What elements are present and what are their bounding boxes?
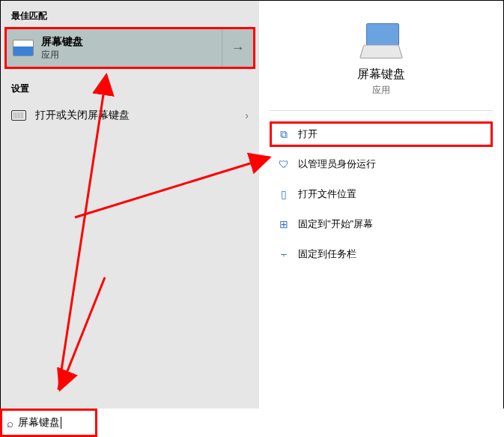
keyboard-setting-icon — [11, 110, 26, 121]
keyboard-app-icon — [13, 40, 34, 56]
divider — [270, 110, 493, 111]
results-panel: 最佳匹配 屏幕键盘 应用 → 设置 打开或关闭屏幕键盘 › — [1, 1, 259, 409]
action-list: ⧉ 打开 🛡 以管理员身份运行 ▯ 打开文件位置 ⊞ 固定到"开始"屏幕 ⫟ 固… — [259, 121, 503, 267]
pin-start-icon: ⊞ — [277, 218, 291, 230]
detail-title: 屏幕键盘 — [259, 67, 503, 82]
action-pin-start-label: 固定到"开始"屏幕 — [298, 217, 373, 231]
best-match-result[interactable]: 屏幕键盘 应用 → — [4, 27, 255, 69]
settings-result-label: 打开或关闭屏幕键盘 — [35, 109, 245, 122]
detail-panel: 屏幕键盘 应用 ⧉ 打开 🛡 以管理员身份运行 ▯ 打开文件位置 ⊞ 固定到"开… — [259, 1, 503, 409]
action-pin-start[interactable]: ⊞ 固定到"开始"屏幕 — [270, 211, 493, 237]
action-file-location[interactable]: ▯ 打开文件位置 — [270, 181, 493, 207]
action-location-label: 打开文件位置 — [298, 187, 356, 201]
action-pin-taskbar[interactable]: ⫟ 固定到任务栏 — [270, 241, 493, 267]
expand-arrow-icon[interactable]: → — [222, 29, 253, 67]
folder-icon: ▯ — [277, 188, 291, 200]
action-open-label: 打开 — [298, 127, 318, 141]
search-input[interactable]: ⌕ 屏幕键盘 — [0, 409, 97, 437]
pin-taskbar-icon: ⫟ — [277, 248, 291, 260]
settings-result[interactable]: 打开或关闭屏幕键盘 › — [1, 100, 259, 131]
settings-header: 设置 — [1, 79, 259, 100]
open-icon: ⧉ — [277, 128, 291, 141]
best-match-header: 最佳匹配 — [1, 7, 259, 27]
best-match-title: 屏幕键盘 — [41, 35, 222, 49]
best-match-text: 屏幕键盘 应用 — [41, 35, 222, 61]
search-icon: ⌕ — [7, 417, 13, 430]
search-value: 屏幕键盘 — [18, 416, 60, 430]
action-run-admin[interactable]: 🛡 以管理员身份运行 — [270, 151, 493, 177]
best-match-subtitle: 应用 — [41, 49, 222, 61]
shield-icon: 🛡 — [277, 158, 291, 170]
action-pin-taskbar-label: 固定到任务栏 — [298, 247, 356, 261]
keyboard-large-icon — [359, 23, 404, 59]
detail-header: 屏幕键盘 应用 — [259, 16, 503, 110]
action-open[interactable]: ⧉ 打开 — [270, 121, 493, 147]
text-cursor — [61, 417, 61, 429]
action-admin-label: 以管理员身份运行 — [298, 157, 376, 171]
chevron-right-icon: › — [245, 109, 249, 121]
detail-subtitle: 应用 — [259, 84, 503, 97]
